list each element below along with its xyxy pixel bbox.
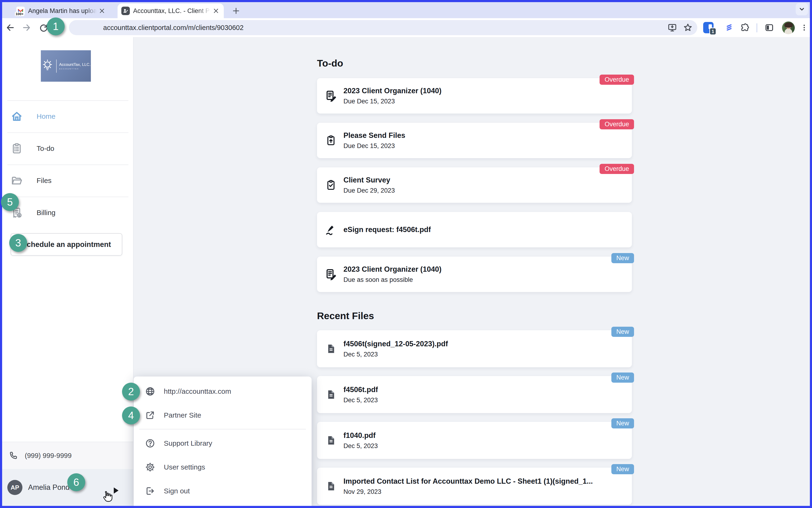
browser-toolbar: accounttax.clientportal.com/m/clients/90…: [2, 18, 810, 37]
external-link-icon: [145, 410, 155, 420]
status-badge: New: [611, 464, 634, 474]
mouse-pointer-cursor: [101, 491, 113, 503]
browser-menu-kebab-icon[interactable]: [798, 22, 810, 34]
account-popup-menu: http://accounttax.com Partner Site Suppo…: [134, 377, 311, 506]
sidebar-item-label: To-do: [37, 144, 54, 153]
annotation-badge-4: 4: [122, 407, 140, 424]
user-account-row[interactable]: AP Amelia Pond: [2, 469, 133, 506]
menu-divider: [139, 429, 306, 429]
file-date: Dec 5, 2023: [343, 351, 448, 358]
recent-files-heading: Recent Files: [317, 310, 632, 322]
expand-caret-icon[interactable]: [114, 488, 119, 494]
firm-phone-number: (999) 999-9999: [25, 452, 72, 460]
help-icon: [145, 438, 155, 449]
url-text[interactable]: accounttax.clientportal.com/m/clients/90…: [103, 24, 666, 32]
bookmark-star-icon[interactable]: [682, 22, 694, 34]
extensions-puzzle-icon[interactable]: [738, 22, 751, 34]
tab-gmail[interactable]: 100+ Angela Martin has uploaded a: [12, 4, 110, 18]
home-icon: [11, 110, 23, 123]
forward-icon[interactable]: [20, 22, 33, 34]
file-date: Dec 5, 2023: [343, 442, 378, 450]
logo-divider: [56, 59, 57, 73]
menu-item-partner-site[interactable]: Partner Site: [134, 403, 311, 427]
todo-due-date: Due as soon as possible: [343, 276, 441, 284]
firm-phone-row: (999) 999-9999: [2, 442, 133, 469]
annotation-badge-5: 5: [1, 193, 19, 211]
todo-card-esign-request[interactable]: eSign request: f4506t.pdf: [317, 212, 632, 247]
gmail-unread-badge: 100+: [15, 12, 24, 16]
menu-item-sign-out[interactable]: Sign out: [134, 479, 311, 503]
clipboard-check-icon: [325, 179, 337, 192]
tab-accounttax-active[interactable]: Accounttax, LLC. - Client Por: [118, 4, 224, 18]
sidebar-item-home[interactable]: Home: [2, 100, 133, 132]
document-edit-icon: [325, 89, 337, 102]
side-panel-icon[interactable]: [763, 22, 775, 34]
menu-item-label: User settings: [164, 463, 205, 471]
status-badge: New: [611, 327, 634, 337]
file-name: f4506t(signed_12-05-2023).pdf: [343, 340, 448, 348]
menu-item-label: Partner Site: [164, 411, 201, 419]
annotation-badge-2: 2: [122, 383, 140, 400]
install-app-icon[interactable]: [666, 22, 678, 34]
sidebar-item-label: Billing: [37, 209, 55, 217]
signature-pen-icon: [325, 223, 337, 236]
todo-card-send-files[interactable]: Overdue Please Send Files Due Dec 15, 20…: [317, 123, 632, 158]
user-name: Amelia Pond: [28, 483, 70, 492]
status-badge: Overdue: [600, 119, 634, 129]
gmail-favicon: 100+: [16, 7, 25, 15]
annotation-badge-3: 3: [9, 234, 27, 252]
clientportal-favicon: [121, 7, 130, 15]
document-edit-icon: [325, 268, 337, 281]
sidebar-item-files[interactable]: Files: [2, 165, 133, 197]
todo-card-client-survey[interactable]: Overdue Client Survey Due Dec 29, 2023: [317, 167, 632, 203]
tab-search-chevron-button[interactable]: [796, 3, 808, 15]
status-badge: Overdue: [600, 164, 634, 174]
gear-icon: [145, 462, 155, 472]
tab-close-icon[interactable]: [98, 7, 106, 15]
annotation-badge-1: 1: [47, 17, 65, 35]
todo-title: eSign request: f4506t.pdf: [343, 225, 431, 234]
file-date: Nov 29, 2023: [343, 488, 593, 496]
menu-item-label: http://accounttax.com: [164, 387, 231, 395]
todo-card-client-organizer[interactable]: Overdue 2023 Client Organizer (1040) Due…: [317, 78, 632, 114]
sidebar-item-billing[interactable]: Billing: [2, 197, 133, 229]
file-name: f1040.pdf: [343, 431, 378, 440]
menu-item-user-settings[interactable]: User settings: [134, 455, 311, 479]
stripes-extension-icon[interactable]: [723, 22, 735, 34]
file-card[interactable]: New f4506t.pdf Dec 5, 2023: [317, 376, 632, 413]
password-extension-icon[interactable]: 1: [702, 22, 715, 34]
folder-icon: [11, 174, 23, 187]
todo-title: Client Survey: [343, 176, 395, 184]
file-card[interactable]: New f1040.pdf Dec 5, 2023: [317, 422, 632, 459]
firm-logo: AccountTax, LLC. ACCOUNTTAX: [41, 50, 91, 82]
sidebar-item-label: Home: [37, 112, 55, 120]
todo-due-date: Due Dec 15, 2023: [343, 142, 405, 150]
phone-icon: [9, 451, 18, 460]
browser-profile-avatar[interactable]: [782, 22, 795, 34]
file-card[interactable]: New f4506t(signed_12-05-2023).pdf Dec 5,…: [317, 330, 632, 367]
menu-item-label: Support Library: [164, 439, 212, 447]
sign-out-icon: [145, 486, 155, 496]
clipboard-upload-icon: [325, 134, 337, 147]
back-icon[interactable]: [4, 22, 16, 34]
schedule-appointment-button[interactable]: Schedule an appointment: [11, 233, 122, 256]
menu-item-firm-website[interactable]: http://accounttax.com: [134, 379, 311, 403]
menu-item-label: Sign out: [164, 487, 190, 495]
menu-item-support-library[interactable]: Support Library: [134, 431, 311, 455]
new-tab-button[interactable]: [230, 5, 242, 16]
portal-sidebar: AccountTax, LLC. ACCOUNTTAX Home: [2, 37, 134, 506]
file-document-icon: [325, 480, 337, 493]
file-document-icon: [325, 434, 337, 447]
file-document-icon: [325, 388, 337, 401]
todo-title: 2023 Client Organizer (1040): [343, 265, 441, 273]
url-bar[interactable]: accounttax.clientportal.com/m/clients/90…: [69, 20, 697, 35]
file-card[interactable]: New Imported Contact List for Accounttax…: [317, 468, 632, 505]
todo-card-client-organizer-new[interactable]: New 2023 Client Organizer (1040) Due as …: [317, 257, 632, 292]
todo-due-date: Due Dec 15, 2023: [343, 98, 441, 105]
file-date: Dec 5, 2023: [343, 396, 378, 404]
sidebar-item-label: Files: [37, 177, 51, 184]
sidebar-item-todo[interactable]: To-do: [2, 132, 133, 165]
todo-title: Please Send Files: [343, 131, 405, 140]
tab-close-icon[interactable]: [212, 7, 220, 15]
user-initials-avatar: AP: [7, 480, 23, 495]
